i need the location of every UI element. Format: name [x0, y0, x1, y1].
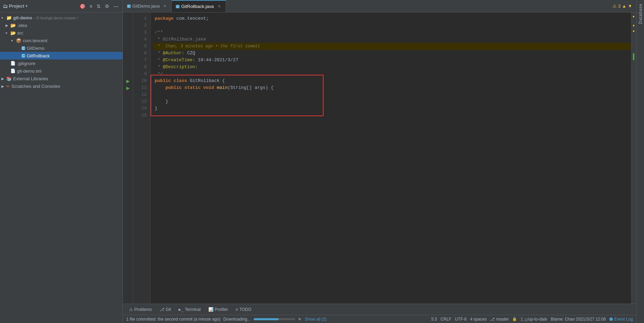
warning-indicator-2	[633, 25, 634, 26]
gutter-1	[123, 15, 133, 22]
warning-down[interactable]: ▼	[628, 3, 632, 9]
warning-indicator-3	[633, 30, 634, 32]
code-line-11: public static void main(String[] args) {	[153, 84, 631, 91]
folder-icon-idea: 📂	[10, 23, 16, 28]
tree-item-idea[interactable]: ▶ 📂 .idea	[0, 21, 123, 29]
status-git-status[interactable]: 1 △/up-to-date	[520, 317, 547, 322]
ln-2: 2	[133, 22, 148, 29]
cancel-download-button[interactable]: ✕	[297, 317, 302, 322]
ln-7: 7	[133, 57, 148, 64]
green-indicator	[633, 53, 634, 60]
db-label[interactable]: Database	[638, 3, 643, 24]
tree-arrow-external-libraries: ▶	[1, 77, 6, 81]
tree-label-com-tencent: com.tencent	[23, 38, 47, 43]
tab-todo[interactable]: ≡ TODO	[232, 305, 255, 314]
gutter-6	[123, 50, 133, 57]
tree-item-git-demo[interactable]: ▾ 📁 git-demo – D:\test\git-demo master /	[0, 14, 123, 21]
todo-icon: ≡	[236, 307, 238, 312]
db-strip[interactable]: Database	[636, 0, 644, 323]
sidebar: 🗂 Project ▾ 🎯 ≡ ⇅ ⚙ — ▾ 📁 git-demo – D:\…	[0, 0, 123, 323]
library-icon: 📚	[6, 76, 12, 81]
gutter-12	[123, 91, 133, 98]
warning-indicator-1	[633, 16, 634, 17]
code-line-2	[153, 22, 631, 29]
package-icon-com-tencent: 📦	[16, 38, 21, 43]
java-icon-GitDemo: C	[21, 46, 25, 50]
tab-GitRollback[interactable]: C GitRollback.java ✕	[172, 0, 226, 12]
tree-item-GitRollback[interactable]: C GitRollback	[0, 52, 123, 59]
status-indent[interactable]: 4 spaces	[470, 317, 487, 322]
ln-12: 12	[133, 91, 148, 98]
ln-1: 1	[133, 15, 148, 22]
line-numbers: 1 2 3 4 5 6 7 8 9 10 11 12 13 14 15	[133, 12, 151, 304]
sidebar-header: 🗂 Project ▾ 🎯 ≡ ⇅ ⚙ —	[0, 0, 123, 12]
tab-close-GitDemo[interactable]: ✕	[163, 4, 167, 8]
tab-label-problems: Problems	[134, 307, 152, 312]
settings-button[interactable]: ⚙	[103, 3, 111, 10]
tree-arrow-git-demo: ▾	[1, 16, 6, 20]
project-title[interactable]: 🗂 Project ▾	[3, 3, 27, 9]
ln-9: 9	[133, 71, 148, 77]
gutter-15	[123, 112, 133, 119]
status-line-sep[interactable]: CRLF	[441, 317, 451, 322]
tree-label-GitDemo: GitDemo	[27, 46, 44, 51]
tree-arrow-idea: ▶	[6, 24, 10, 27]
progress-fill	[254, 318, 279, 320]
folder-icon-src: 📂	[10, 30, 16, 36]
tab-close-GitRollback[interactable]: ✕	[217, 4, 221, 9]
code-line-1: package com.tencent;	[153, 15, 631, 22]
tab-terminal[interactable]: ▶_ Terminal	[175, 305, 204, 314]
branch-name: master	[496, 317, 509, 322]
sidebar-title: Project	[9, 3, 24, 9]
gutter-13	[123, 98, 133, 105]
status-branch[interactable]: ⎇ master	[490, 317, 509, 322]
status-encoding[interactable]: UTF-8	[455, 317, 466, 322]
locate-file-button[interactable]: 🎯	[78, 3, 87, 10]
tab-label-terminal: Terminal	[185, 307, 200, 312]
sort-button[interactable]: ⇅	[95, 3, 102, 10]
tree-label-GitRollback: GitRollback	[27, 53, 49, 58]
gutter-10[interactable]: ▶	[123, 77, 133, 84]
status-position[interactable]: 5:3	[431, 317, 437, 322]
tab-git[interactable]: ⎇ Git	[156, 305, 174, 314]
code-area[interactable]: package com.tencent; /** * GitRollback.j…	[151, 12, 631, 304]
gutter-5	[123, 43, 133, 50]
status-show-all[interactable]: Show all (2)	[305, 317, 327, 322]
event-log-label: Event Log	[614, 317, 633, 322]
gutter-9	[123, 71, 133, 77]
tree-item-git-demo-iml[interactable]: 📄 git-demo.iml	[0, 67, 123, 75]
tree-item-scratches-consoles[interactable]: ▶ ✏ Scratches and Consoles	[0, 82, 123, 90]
gutter-4	[123, 36, 133, 43]
gutter-11[interactable]: ▶	[123, 84, 133, 91]
run-button-main[interactable]: ▶	[126, 85, 130, 91]
sidebar-toolbar: 🎯 ≡ ⇅ ⚙ —	[78, 3, 120, 10]
tab-profiler[interactable]: 📊 Profiler	[205, 305, 232, 314]
status-blame[interactable]: Blame: Chan 2021/3/27 12:08	[551, 317, 606, 322]
editor-area: C GitDemo.java ✕ C GitRollback.java ✕ ⚠ …	[123, 0, 636, 323]
ln-10: 10	[133, 77, 148, 84]
tree-item-GitDemo[interactable]: C GitDemo	[0, 44, 123, 52]
tab-GitDemo[interactable]: C GitDemo.java ✕	[123, 0, 172, 12]
tree-item-gitignore[interactable]: 📄 .gitignore	[0, 59, 123, 67]
event-log-button[interactable]: Event Log	[609, 317, 633, 322]
tab-icon-GitDemo: C	[127, 4, 131, 8]
tree-label-gitignore: .gitignore	[17, 61, 35, 66]
project-dropdown-icon[interactable]: ▾	[26, 4, 27, 8]
collapse-all-button[interactable]: ≡	[88, 3, 94, 10]
sidebar-tree: ▾ 📁 git-demo – D:\test\git-demo master /…	[0, 12, 123, 323]
tab-problems[interactable]: ⚠ Problems	[126, 305, 155, 314]
tree-item-src[interactable]: ▾ 📂 src	[0, 29, 123, 37]
ln-8: 8	[133, 64, 148, 71]
warning-icon: ⚠	[613, 3, 617, 9]
tree-item-external-libraries[interactable]: ▶ 📚 External Libraries	[0, 75, 123, 82]
code-line-9: */	[153, 71, 631, 77]
hide-panel-button[interactable]: —	[112, 3, 120, 10]
warning-up[interactable]: ▲	[622, 3, 626, 9]
code-line-14: }	[153, 105, 631, 112]
tree-item-com-tencent[interactable]: ▾ 📦 com.tencent	[0, 37, 123, 44]
git-icon: ⎇	[160, 307, 164, 312]
file-icon-gitignore: 📄	[10, 61, 16, 66]
tab-label-profiler: Profiler	[215, 307, 228, 312]
status-commit-message: 1 file committed: the second commit (a m…	[126, 317, 220, 322]
run-button-class[interactable]: ▶	[126, 79, 130, 84]
